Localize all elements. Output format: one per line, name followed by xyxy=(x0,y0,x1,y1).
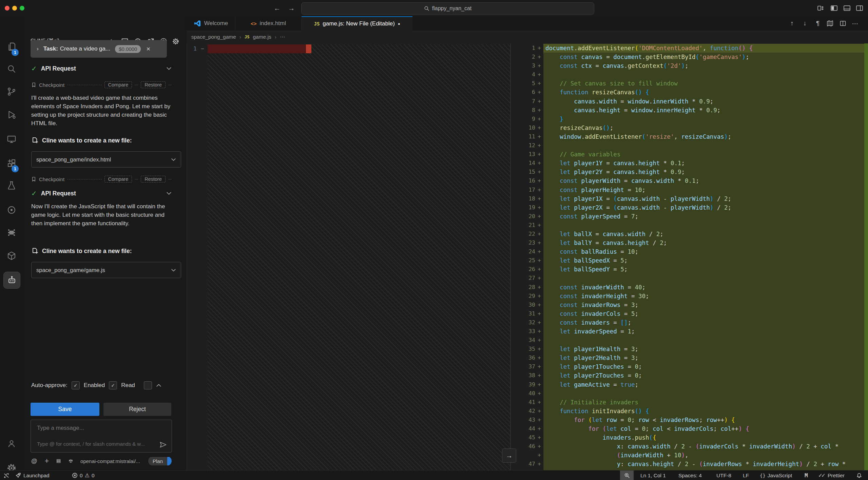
api-request-row[interactable]: ✓ API Request xyxy=(31,64,172,73)
code-line: 29+ const invaderHeight = 30; xyxy=(512,292,868,301)
message-input[interactable]: Type a message... Type @ for context, / … xyxy=(31,420,172,453)
accounts-icon[interactable] xyxy=(3,435,20,452)
sidebar-item-source-control[interactable] xyxy=(3,83,20,100)
sidebar-item-mistral[interactable] xyxy=(3,224,20,241)
sidebar-item-remote-explorer[interactable] xyxy=(3,131,20,147)
at-mention-button[interactable]: @ xyxy=(31,458,37,465)
code-line: 4+ xyxy=(512,70,868,79)
back-button[interactable]: ← xyxy=(272,3,282,13)
html-icon: <> xyxy=(251,21,257,26)
command-center-search[interactable]: flappy_nyan_cat xyxy=(301,2,594,15)
settings-button[interactable] xyxy=(171,37,180,46)
breadcrumb-more[interactable]: ⋯ xyxy=(280,34,285,40)
close-task-icon[interactable]: × xyxy=(146,45,150,53)
auto-approve-row[interactable]: Auto-approve: ✓ Enabled ✓ Read xyxy=(31,381,172,389)
maximize-window-button[interactable] xyxy=(20,6,24,11)
minimize-window-button[interactable] xyxy=(12,6,17,11)
save-button[interactable]: Save xyxy=(31,403,99,416)
code-line: 14+ let player1Y = canvas.height * 0.1; xyxy=(512,159,868,168)
more-actions-button[interactable]: ⋯ xyxy=(850,19,860,28)
sidebar-item-cline[interactable] xyxy=(3,272,20,289)
indentation-status[interactable]: Spaces: 4 xyxy=(678,471,702,480)
toggle-secondary-sidebar-icon[interactable] xyxy=(855,4,864,12)
chevron-up-icon[interactable] xyxy=(156,383,161,387)
enabled-checkbox[interactable]: ✓ xyxy=(72,381,80,389)
launchpad-status[interactable]: Launchpad xyxy=(15,471,50,480)
file-create-row: Cline wants to create a new file: xyxy=(31,136,172,145)
sidebar-item-testing[interactable] xyxy=(3,177,20,194)
chevron-down-icon[interactable] xyxy=(166,191,172,195)
code-line: 44+ for (let col = 0; col < invaderCols;… xyxy=(512,424,868,433)
restore-button[interactable]: Restore xyxy=(141,176,166,183)
zoom-indicator[interactable] xyxy=(620,471,634,480)
language-status[interactable]: {} JavaScript xyxy=(760,471,792,480)
scales-icon[interactable] xyxy=(69,458,73,464)
act-toggle[interactable]: Act xyxy=(167,457,172,465)
compare-button[interactable]: Compare xyxy=(104,81,132,88)
chevron-down-icon xyxy=(171,268,176,272)
task-header[interactable]: › Task: Create a video ga... $0.0000 × xyxy=(31,40,167,58)
breadcrumb-folder[interactable]: space_pong_game xyxy=(191,34,236,40)
code-line: 33+ let invaderSpeed = 1; xyxy=(512,327,868,336)
cursor-position[interactable]: Ln 1, Col 1 xyxy=(640,471,666,480)
expand-chevron-icon[interactable]: › xyxy=(37,45,39,52)
forward-button[interactable]: → xyxy=(286,3,296,13)
customize-layout-icon[interactable] xyxy=(817,4,825,12)
next-change-button[interactable]: ↓ xyxy=(800,19,810,28)
encoding-status[interactable]: UTF-8 xyxy=(716,471,731,480)
diff-sash[interactable] xyxy=(510,43,511,470)
plan-act-toggle[interactable]: Plan Act xyxy=(148,456,172,466)
add-context-button[interactable]: + xyxy=(45,457,49,465)
minimap-button[interactable] xyxy=(825,19,835,28)
code-line: 36+ let player2Health = 3; xyxy=(512,353,868,362)
previous-change-button[interactable]: ↑ xyxy=(787,19,797,28)
code-line: 46+ x: canvas.width / 2 - (invaderCols *… xyxy=(512,442,868,451)
tab-welcome[interactable]: Welcome xyxy=(187,16,235,31)
sidebar-item-package[interactable] xyxy=(3,248,20,264)
file-path-select[interactable]: space_pong_game/game.js xyxy=(31,262,181,278)
problems-status[interactable]: 0 ⚠ 0 xyxy=(72,471,95,480)
tab-index-html[interactable]: <> index.html xyxy=(235,16,302,31)
api-request-row[interactable]: ✓ API Request xyxy=(31,189,172,198)
notifications-button[interactable] xyxy=(856,471,862,480)
activity-bar: 1 1 xyxy=(0,16,23,470)
sidebar-item-target[interactable] xyxy=(3,202,20,218)
prettier-status[interactable]: ✓✓ Prettier xyxy=(818,471,845,480)
vscode-icon xyxy=(194,20,201,27)
server-stack-icon[interactable] xyxy=(56,458,61,464)
breadcrumb-file[interactable]: game.js xyxy=(253,34,271,40)
new-file-icon xyxy=(31,247,38,255)
plan-toggle[interactable]: Plan xyxy=(148,457,167,465)
sidebar-item-search[interactable] xyxy=(3,61,20,77)
restore-button[interactable]: Restore xyxy=(141,81,166,88)
extra-checkbox[interactable] xyxy=(144,381,152,389)
check-icon: ✓ xyxy=(31,64,37,73)
chevron-down-icon xyxy=(171,158,176,161)
tab-label: Welcome xyxy=(204,20,228,27)
file-path-select[interactable]: space_pong_game/index.html xyxy=(31,151,181,168)
remote-indicator[interactable] xyxy=(3,471,9,480)
model-selector[interactable]: openai-compat:mistralai/... xyxy=(80,458,140,464)
toggle-sidebar-icon[interactable] xyxy=(830,4,838,14)
reject-button[interactable]: Reject xyxy=(103,403,171,416)
eol-status[interactable]: LF xyxy=(743,471,749,480)
mistral-status-icon[interactable]: M xyxy=(805,471,808,480)
chevron-down-icon[interactable] xyxy=(166,66,172,71)
close-window-button[interactable] xyxy=(5,6,9,11)
code-line: 15+ let player2Y = canvas.height * 0.9; xyxy=(512,168,868,176)
read-checkbox[interactable]: ✓ xyxy=(109,381,117,389)
error-count: 0 xyxy=(80,473,83,479)
overview-ruler[interactable] xyxy=(864,43,868,470)
tab-game-js[interactable]: JS game.js: New File (Editable) ● xyxy=(302,16,412,31)
whitespace-toggle-button[interactable]: ¶ xyxy=(813,19,823,28)
chevron-right-icon: › xyxy=(239,34,241,40)
cline-panel: CLINE (⌘+') + › Task: Create a video ga.… xyxy=(23,16,187,470)
toggle-panel-icon[interactable] xyxy=(843,4,851,12)
compare-button[interactable]: Compare xyxy=(104,176,132,183)
send-icon[interactable] xyxy=(159,441,167,448)
code-line: 43+ for (let row = 0; row < invaderRows;… xyxy=(512,416,868,424)
code-line: 39+ let gameActive = true; xyxy=(512,380,868,389)
modified-dot-icon[interactable]: ● xyxy=(398,22,400,26)
sidebar-item-run-debug[interactable] xyxy=(3,107,20,123)
split-editor-button[interactable] xyxy=(838,19,848,28)
